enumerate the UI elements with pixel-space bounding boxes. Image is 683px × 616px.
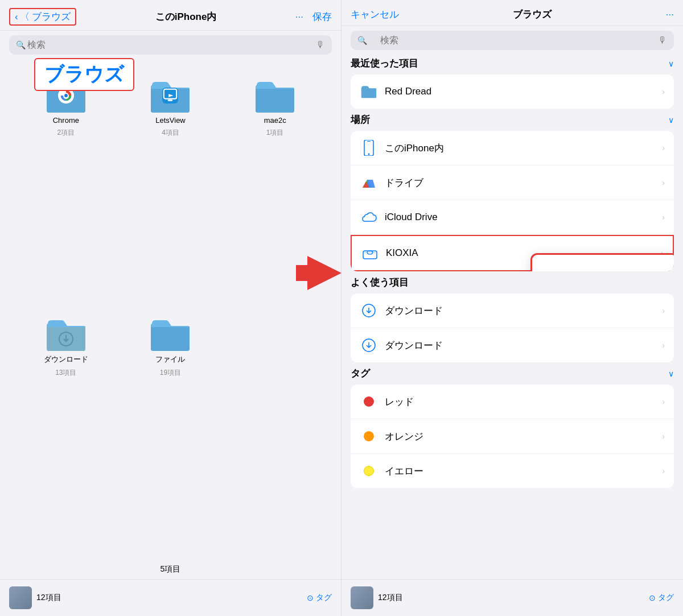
folder-files[interactable]: ファイル 19項目 bbox=[118, 309, 223, 549]
chevron-left-icon: ‹ bbox=[15, 11, 18, 23]
svg-rect-7 bbox=[367, 141, 371, 142]
list-item-orange-tag[interactable]: オレンジ › bbox=[351, 419, 674, 454]
favorites-list: ダウンロード › ダウンロード › bbox=[351, 293, 674, 362]
drive-icon bbox=[360, 173, 378, 192]
left-search-container: 🔍 🎙 ブラウズ bbox=[0, 31, 341, 59]
right-mic-icon[interactable]: 🎙 bbox=[658, 35, 667, 46]
back-label[interactable]: 〈 ブラウズ bbox=[20, 10, 71, 23]
mae2c-folder-icon bbox=[254, 80, 295, 113]
back-button[interactable]: ‹ 〈 ブラウズ bbox=[9, 8, 76, 26]
recent-header: 最近使った項目 ∨ bbox=[351, 55, 674, 75]
tags-section: タグ ∨ レッド › オレンジ › bbox=[342, 365, 683, 488]
tags-chevron[interactable]: ∨ bbox=[668, 369, 674, 378]
left-nav-bar: ‹ 〈 ブラウズ このiPhone内 ··· 保存 bbox=[0, 0, 341, 31]
fav-download2-chevron: › bbox=[662, 341, 665, 350]
right-tags-button[interactable]: ⊙ タグ bbox=[649, 593, 674, 603]
chrome-count: 2項目 bbox=[57, 128, 75, 138]
right-tag-icon: ⊙ bbox=[649, 593, 656, 602]
yellow-tag-icon bbox=[360, 462, 378, 480]
kioxia-popup: KIOXIA 名称が異なる場合も！ bbox=[530, 253, 674, 271]
tags-header: タグ ∨ bbox=[351, 365, 674, 385]
cancel-button[interactable]: キャンセル bbox=[351, 8, 399, 21]
icloud-label: iCloud Drive bbox=[385, 212, 662, 223]
yellow-tag-label: イエロー bbox=[385, 465, 662, 478]
left-tags-button[interactable]: ⊙ タグ bbox=[307, 593, 332, 603]
red-tag-chevron: › bbox=[662, 397, 665, 406]
letsview-label: LetsView bbox=[155, 116, 186, 125]
svg-rect-3 bbox=[164, 89, 176, 99]
list-item-iphone[interactable]: このiPhone内 › bbox=[351, 131, 674, 166]
svg-rect-4 bbox=[168, 100, 172, 101]
iphone-label: このiPhone内 bbox=[385, 142, 662, 155]
orange-tag-chevron: › bbox=[662, 432, 665, 441]
orange-tag-icon bbox=[360, 427, 378, 445]
right-nav-title: ブラウズ bbox=[513, 8, 552, 21]
right-bottom-count: 12項目 bbox=[373, 593, 649, 603]
right-panel: キャンセル ブラウズ ··· 🔍 🎙 最近使った項目 ∨ bbox=[342, 0, 683, 616]
favorites-section: よく使う項目 ダウンロード › bbox=[342, 274, 683, 362]
folder-downloads[interactable]: ダウンロード 13項目 bbox=[14, 309, 118, 549]
kioxia-popup-header: KIOXIA bbox=[544, 264, 643, 271]
browse-label-overlay: ブラウズ bbox=[34, 58, 134, 91]
right-more-button[interactable]: ··· bbox=[666, 9, 674, 20]
sections-container: 最近使った項目 ∨ Red Dread › 場所 ∨ bbox=[342, 55, 683, 579]
files-count: 19項目 bbox=[160, 368, 181, 378]
right-arrow-shape bbox=[307, 256, 342, 290]
left-nav-actions: ··· 保存 bbox=[295, 10, 332, 23]
more-button[interactable]: ··· bbox=[295, 11, 303, 23]
list-item-fav-download1[interactable]: ダウンロード › bbox=[351, 293, 674, 328]
left-search-bar[interactable]: 🔍 🎙 bbox=[9, 35, 332, 55]
right-search-input[interactable] bbox=[369, 35, 667, 46]
left-panel: ‹ 〈 ブラウズ このiPhone内 ··· 保存 🔍 🎙 ブラウズ bbox=[0, 0, 342, 616]
letsview-count: 4項目 bbox=[162, 128, 179, 138]
iphone-chevron: › bbox=[662, 143, 665, 152]
list-item-drive[interactable]: ドライブ › bbox=[351, 166, 674, 200]
letsview-folder-icon bbox=[150, 80, 191, 113]
kioxia-popup-icon bbox=[544, 264, 573, 271]
left-bottom-count: 12項目 bbox=[32, 593, 307, 603]
right-search-container: 🔍 🎙 bbox=[342, 26, 683, 55]
list-item-kioxia[interactable]: KIOXIA › KIOXIA bbox=[351, 235, 674, 271]
fav-download2-icon bbox=[360, 336, 378, 354]
arrow-indicator bbox=[307, 256, 342, 290]
folder-chrome[interactable]: Chrome 2項目 bbox=[14, 71, 118, 309]
downloads-count: 13項目 bbox=[55, 368, 76, 378]
list-item-red-tag[interactable]: レッド › bbox=[351, 385, 674, 419]
fav-download1-chevron: › bbox=[662, 306, 665, 315]
icloud-icon bbox=[360, 208, 378, 226]
left-thumbnail bbox=[9, 586, 32, 609]
folder-letsview[interactable]: LetsView 4項目 bbox=[118, 71, 223, 309]
mic-icon[interactable]: 🎙 bbox=[316, 40, 325, 50]
red-dread-label: Red Dread bbox=[385, 86, 662, 97]
files-label: ファイル bbox=[155, 354, 185, 365]
places-header: 場所 ∨ bbox=[351, 111, 674, 131]
tags-label: タグ bbox=[316, 593, 332, 603]
recent-section: 最近使った項目 ∨ Red Dread › bbox=[342, 55, 683, 109]
left-search-input[interactable] bbox=[27, 40, 325, 50]
kioxia-popup-name: KIOXIA bbox=[580, 268, 643, 272]
recent-chevron[interactable]: ∨ bbox=[668, 59, 674, 68]
tags-list: レッド › オレンジ › イエロー › bbox=[351, 385, 674, 488]
tag-icon: ⊙ bbox=[307, 593, 314, 602]
files-folder-icon bbox=[150, 318, 191, 351]
right-bottom-bar: 12項目 ⊙ タグ bbox=[342, 579, 683, 616]
right-tags-label: タグ bbox=[658, 593, 674, 603]
save-button[interactable]: 保存 bbox=[312, 10, 332, 23]
list-item-icloud[interactable]: iCloud Drive › bbox=[351, 200, 674, 235]
left-item-count: 5項目 bbox=[0, 560, 341, 579]
search-icon: 🔍 bbox=[16, 40, 26, 49]
red-tag-icon bbox=[360, 392, 378, 411]
right-search-bar[interactable]: 🔍 🎙 bbox=[351, 31, 674, 50]
right-thumbnail bbox=[351, 586, 373, 609]
list-item-red-dread[interactable]: Red Dread › bbox=[351, 75, 674, 109]
icloud-chevron: › bbox=[662, 213, 665, 222]
list-item-yellow-tag[interactable]: イエロー › bbox=[351, 454, 674, 488]
list-item-fav-download2[interactable]: ダウンロード › bbox=[351, 328, 674, 362]
tags-title: タグ bbox=[351, 367, 370, 380]
places-chevron[interactable]: ∨ bbox=[668, 115, 674, 125]
recent-title: 最近使った項目 bbox=[351, 57, 418, 70]
favorites-title: よく使う項目 bbox=[351, 276, 409, 289]
downloads-label: ダウンロード bbox=[44, 354, 88, 365]
left-nav-title: このiPhone内 bbox=[155, 10, 217, 23]
recent-list: Red Dread › bbox=[351, 75, 674, 109]
